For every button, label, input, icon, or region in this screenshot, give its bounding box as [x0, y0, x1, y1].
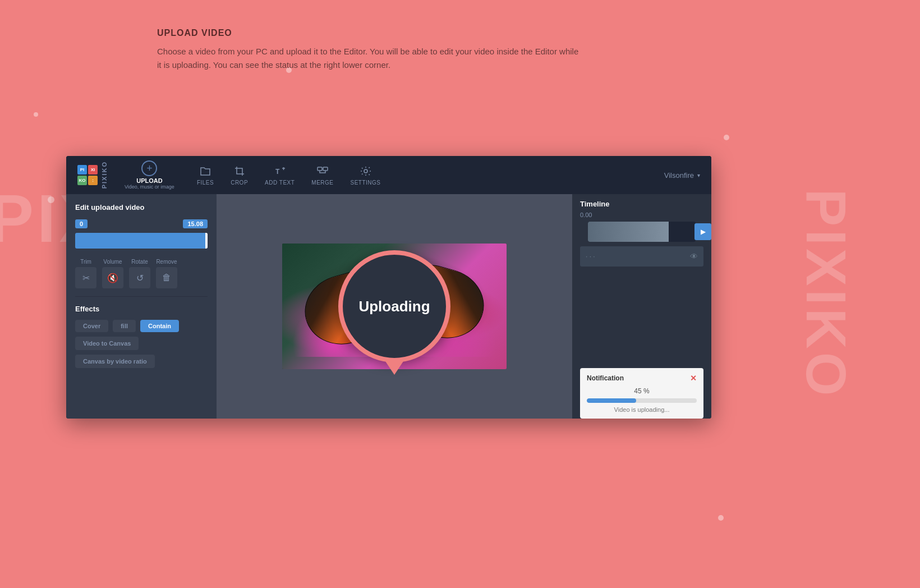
info-description: Choose a video from your PC and upload i… [157, 45, 583, 72]
eye-icon[interactable]: 👁 [690, 252, 698, 261]
notification-panel: Notification ✕ 45 % Video is uploading..… [580, 368, 703, 419]
toolbar-item-merge[interactable]: MERGE [311, 165, 333, 186]
notification-progress-fill [587, 398, 636, 403]
crop-label: CROP [231, 180, 248, 186]
logo-text: PIXIKO [101, 161, 108, 189]
controls-row: Trim ✂ Volume 🔇 Rotate ↺ Remove 🗑 [75, 259, 208, 288]
contain-button[interactable]: Contain [140, 320, 179, 332]
rotate-control: Rotate ↺ [129, 259, 150, 288]
crop-icon [233, 165, 246, 177]
svg-text:T: T [275, 168, 280, 176]
timeline-track-fill [588, 222, 669, 242]
files-label: FILES [197, 180, 214, 186]
editor-window: PI XI KO : PIXIKO + UPLOAD Video, music … [66, 156, 711, 419]
files-icon [199, 165, 211, 177]
logo-area: PI XI KO : PIXIKO [77, 161, 108, 189]
user-name: Vilsonfire [664, 171, 694, 180]
editor-body: Edit uploaded video 0 15.08 Trim ✂ Volum… [66, 194, 711, 419]
notification-header: Notification ✕ [587, 374, 697, 383]
volume-button[interactable]: 🔇 [102, 267, 123, 288]
volume-label: Volume [103, 259, 122, 265]
trim-button[interactable]: ✂ [75, 267, 96, 288]
notification-status: Video is uploading... [587, 406, 697, 413]
watermark-right: PIXIKO [794, 189, 858, 399]
toolbar-item-settings[interactable]: SETTINGS [351, 165, 381, 186]
range-end-badge: 15.08 [183, 219, 208, 228]
notification-progress-bar [587, 398, 697, 403]
upload-sublabel: Video, music or image [125, 184, 174, 190]
rotate-button[interactable]: ↺ [129, 267, 150, 288]
svg-rect-2 [323, 167, 328, 171]
cover-button[interactable]: Cover [75, 320, 108, 332]
notification-percent: 45 % [587, 387, 697, 395]
notification-close-button[interactable]: ✕ [690, 374, 697, 383]
toolbar-item-files[interactable]: FILES [197, 165, 214, 186]
trim-control: Trim ✂ [75, 259, 96, 288]
info-section: UPLOAD VIDEO Choose a video from your PC… [157, 28, 583, 72]
svg-rect-1 [318, 167, 322, 171]
svg-point-3 [364, 169, 367, 173]
upload-icon: + [141, 160, 157, 176]
timeline-dots: · · · [586, 252, 595, 260]
fill-button[interactable]: fill [113, 320, 136, 332]
chevron-down-icon: ▾ [697, 172, 700, 178]
logo-cell-dot: : [88, 176, 98, 185]
effects-row-1: Cover fill Contain [75, 320, 208, 332]
upload-button[interactable]: + UPLOAD Video, music or image [125, 160, 174, 190]
volume-control: Volume 🔇 [102, 259, 123, 288]
effects-row-2: Video to Canvas Canvas by video ratio [75, 337, 208, 368]
toolbar-item-crop[interactable]: CROP [231, 165, 248, 186]
merge-label: MERGE [311, 180, 333, 186]
logo-grid: PI XI KO : [77, 165, 98, 185]
toolbar: PI XI KO : PIXIKO + UPLOAD Video, music … [66, 156, 711, 194]
logo-cell-pi: PI [77, 165, 87, 174]
user-area[interactable]: Vilsonfire ▾ [664, 171, 700, 180]
timeline-track [588, 222, 696, 242]
video-to-canvas-button[interactable]: Video to Canvas [75, 337, 139, 350]
timeline-spacer [572, 267, 711, 361]
notification-title: Notification [587, 374, 624, 382]
toolbar-item-add-text[interactable]: T ADD TEXT [265, 165, 295, 186]
canvas-area: Uploading [217, 194, 572, 419]
toolbar-items: FILES CROP T ADD TEXT [197, 165, 664, 186]
left-panel: Edit uploaded video 0 15.08 Trim ✂ Volum… [66, 194, 217, 419]
remove-control: Remove 🗑 [156, 259, 177, 288]
trim-label: Trim [80, 259, 91, 265]
timeline-range: 0 15.08 [75, 219, 208, 228]
add-text-icon: T [274, 165, 286, 177]
progress-handle[interactable] [205, 233, 208, 249]
trim-progress-bar[interactable] [75, 233, 208, 249]
timeline-time: 0.00 [572, 212, 711, 222]
merge-icon [316, 165, 329, 177]
decorative-dot-1 [48, 196, 54, 203]
settings-icon [360, 165, 372, 177]
settings-label: SETTINGS [351, 180, 381, 186]
add-text-label: ADD TEXT [265, 180, 295, 186]
canvas-by-video-ratio-button[interactable]: Canvas by video ratio [75, 355, 155, 368]
play-button[interactable]: ▶ [694, 223, 711, 240]
range-start-badge: 0 [75, 219, 88, 228]
rotate-label: Rotate [131, 259, 148, 265]
decorative-dot-5 [718, 515, 724, 521]
logo-cell-ko: KO [77, 176, 87, 185]
timeline-track-container: ▶ [580, 222, 703, 242]
uploading-overlay: Uploading [338, 250, 450, 362]
panel-title: Edit uploaded video [75, 203, 208, 212]
decorative-dot-2 [34, 112, 38, 117]
remove-label: Remove [156, 259, 177, 265]
decorative-dot-4 [724, 135, 729, 140]
right-panel: Timeline 0.00 ▶ · · · 👁 Notification [572, 194, 711, 419]
info-title: UPLOAD VIDEO [157, 28, 583, 38]
remove-button[interactable]: 🗑 [156, 267, 177, 288]
timeline-section: · · · 👁 [580, 246, 703, 267]
section-divider [75, 296, 208, 297]
uploading-text: Uploading [358, 298, 430, 315]
effects-title: Effects [75, 305, 208, 313]
upload-label: UPLOAD [136, 177, 162, 184]
timeline-title: Timeline [572, 194, 711, 212]
logo-cell-xi: XI [88, 165, 98, 174]
